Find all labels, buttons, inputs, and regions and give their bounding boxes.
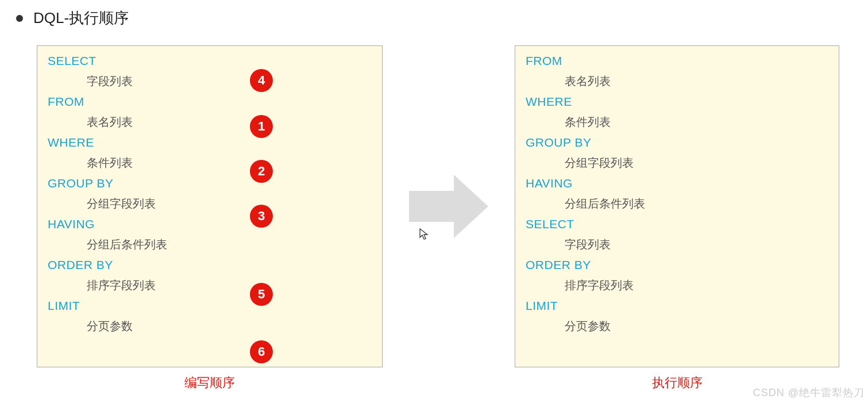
watermark: CSDN @绝牛雷犁热刀 — [753, 386, 865, 400]
desc-where: 条件列表 — [48, 155, 373, 171]
write-order-panel: SELECT 字段列表 FROM 表名列表 WHERE 条件列表 GROUP B… — [37, 45, 383, 367]
exec-having: HAVING 分组后条件列表 — [526, 176, 830, 212]
exec-orderby: ORDER BY 排序字段列表 — [526, 258, 830, 293]
exec-from: FROM 表名列表 — [526, 54, 830, 89]
exec-keyword-from: FROM — [526, 54, 830, 68]
exec-keyword-having: HAVING — [526, 176, 830, 190]
desc-limit: 分页参数 — [48, 318, 373, 334]
caption-write-order: 编写顺序 — [37, 374, 383, 392]
cursor-icon — [419, 228, 429, 244]
clause-having: HAVING 分组后条件列表 — [48, 217, 373, 252]
bullet-icon — [16, 15, 23, 22]
desc-groupby: 分组字段列表 — [48, 196, 373, 212]
clause-select: SELECT 字段列表 — [48, 54, 373, 89]
exec-desc-having: 分组后条件列表 — [526, 196, 830, 212]
order-badge-3: 3 — [250, 205, 273, 228]
keyword-groupby: GROUP BY — [48, 176, 373, 190]
exec-desc-orderby: 排序字段列表 — [526, 278, 830, 293]
exec-groupby: GROUP BY 分组字段列表 — [526, 136, 830, 171]
diagram-panels: SELECT 字段列表 FROM 表名列表 WHERE 条件列表 GROUP B… — [0, 45, 868, 367]
exec-desc-select: 字段列表 — [526, 237, 830, 252]
clause-limit: LIMIT 分页参数 — [48, 299, 373, 334]
desc-select: 字段列表 — [48, 74, 373, 89]
title-row: DQL-执行顺序 — [0, 0, 868, 28]
order-badge-4: 4 — [250, 69, 273, 92]
exec-desc-groupby: 分组字段列表 — [526, 155, 830, 171]
exec-limit: LIMIT 分页参数 — [526, 299, 830, 334]
write-order-inner: SELECT 字段列表 FROM 表名列表 WHERE 条件列表 GROUP B… — [48, 54, 373, 334]
desc-orderby: 排序字段列表 — [48, 278, 373, 293]
clause-orderby: ORDER BY 排序字段列表 — [48, 258, 373, 293]
keyword-having: HAVING — [48, 217, 373, 231]
exec-desc-where: 条件列表 — [526, 114, 830, 130]
order-badge-5: 5 — [250, 283, 273, 306]
exec-where: WHERE 条件列表 — [526, 95, 830, 130]
keyword-orderby: ORDER BY — [48, 258, 373, 272]
page-title: DQL-执行顺序 — [33, 8, 129, 28]
exec-select: SELECT 字段列表 — [526, 217, 830, 252]
keyword-select: SELECT — [48, 54, 373, 68]
captions: 编写顺序 执行顺序 — [0, 367, 868, 392]
keyword-where: WHERE — [48, 136, 373, 149]
clause-groupby: GROUP BY 分组字段列表 — [48, 176, 373, 212]
keyword-from: FROM — [48, 95, 373, 109]
desc-from: 表名列表 — [48, 114, 373, 130]
clause-from: FROM 表名列表 — [48, 95, 373, 130]
desc-having: 分组后条件列表 — [48, 237, 373, 252]
exec-keyword-limit: LIMIT — [526, 299, 830, 313]
exec-keyword-orderby: ORDER BY — [526, 258, 830, 272]
exec-order-panel: FROM 表名列表 WHERE 条件列表 GROUP BY 分组字段列表 HAV… — [515, 45, 839, 367]
exec-keyword-where: WHERE — [526, 95, 830, 109]
exec-keyword-groupby: GROUP BY — [526, 136, 830, 149]
clause-where: WHERE 条件列表 — [48, 136, 373, 171]
exec-desc-from: 表名列表 — [526, 74, 830, 89]
exec-desc-limit: 分页参数 — [526, 318, 830, 334]
order-badge-1: 1 — [250, 115, 273, 138]
order-badge-2: 2 — [250, 160, 273, 183]
arrow-container — [383, 45, 515, 367]
exec-keyword-select: SELECT — [526, 217, 830, 231]
keyword-limit: LIMIT — [48, 299, 373, 313]
order-badge-6: 6 — [250, 340, 273, 363]
